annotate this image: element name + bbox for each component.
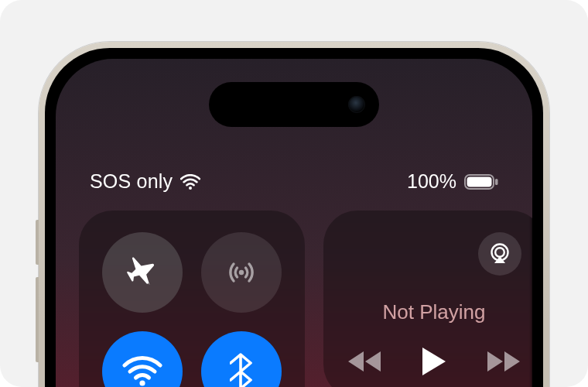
volume-buttons bbox=[36, 277, 39, 362]
svg-point-0 bbox=[189, 187, 192, 190]
svg-point-4 bbox=[239, 270, 244, 275]
dynamic-island bbox=[209, 82, 379, 127]
antenna-icon bbox=[222, 253, 261, 292]
svg-rect-2 bbox=[467, 176, 492, 187]
airplane-icon bbox=[123, 253, 162, 292]
wifi-icon bbox=[122, 356, 162, 387]
screen: SOS only 100% bbox=[56, 59, 532, 387]
battery-percent-text: 100% bbox=[407, 170, 456, 193]
phone-bezel: SOS only 100% bbox=[45, 48, 543, 387]
connectivity-panel[interactable] bbox=[79, 211, 305, 387]
play-button[interactable] bbox=[421, 346, 447, 377]
status-right: 100% bbox=[407, 170, 498, 193]
control-center: Not Playing bbox=[79, 211, 509, 387]
battery-icon bbox=[464, 174, 498, 190]
cellular-data-toggle[interactable] bbox=[201, 232, 282, 313]
bluetooth-icon bbox=[230, 353, 253, 387]
airplane-mode-toggle[interactable] bbox=[102, 232, 183, 313]
transport-controls bbox=[347, 346, 521, 377]
svg-point-7 bbox=[495, 248, 504, 257]
svg-rect-3 bbox=[495, 179, 498, 185]
phone-frame: SOS only 100% bbox=[39, 42, 549, 387]
bluetooth-toggle[interactable] bbox=[201, 331, 282, 387]
previous-track-button[interactable] bbox=[347, 349, 385, 374]
airplay-button[interactable] bbox=[478, 232, 521, 276]
screenshot-canvas: SOS only 100% bbox=[0, 0, 588, 387]
status-left: SOS only bbox=[90, 170, 200, 193]
media-panel[interactable]: Not Playing bbox=[323, 211, 532, 387]
airplay-icon bbox=[488, 242, 511, 265]
wifi-icon bbox=[180, 174, 200, 190]
next-track-button[interactable] bbox=[483, 349, 521, 374]
front-camera bbox=[348, 96, 365, 113]
now-playing-text: Not Playing bbox=[347, 300, 521, 324]
carrier-status-text: SOS only bbox=[90, 170, 173, 193]
svg-point-5 bbox=[139, 380, 145, 385]
wifi-toggle[interactable] bbox=[102, 331, 183, 387]
side-button bbox=[36, 220, 39, 265]
status-bar: SOS only 100% bbox=[56, 170, 532, 193]
